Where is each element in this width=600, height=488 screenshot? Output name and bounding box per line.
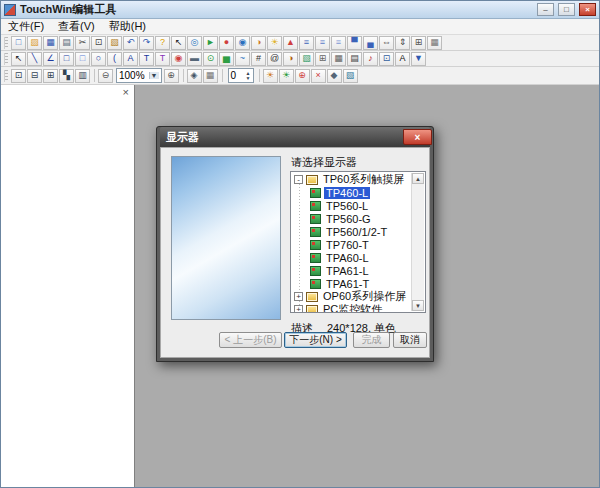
- menu-help[interactable]: 帮助(H): [102, 19, 153, 34]
- bargraph-icon[interactable]: ▅: [219, 52, 234, 66]
- zoom-select[interactable]: 100% ▼: [116, 68, 162, 83]
- tree-item-tp760-t[interactable]: TP760-T: [292, 238, 410, 251]
- cascade-windows-icon[interactable]: ⊡: [11, 69, 26, 83]
- menu-view[interactable]: 查看(V): [51, 19, 102, 34]
- tree-scrollbar[interactable]: ▲ ▼: [411, 173, 424, 311]
- round-rect-icon[interactable]: □: [75, 52, 90, 66]
- pointer-icon[interactable]: ↖: [171, 36, 186, 50]
- redo-icon[interactable]: ↷: [139, 36, 154, 50]
- toolbar-grip[interactable]: [4, 37, 8, 49]
- state-spinner[interactable]: 0 ▲ ▼: [228, 68, 254, 83]
- dynamic-text-icon[interactable]: T: [155, 52, 170, 66]
- download-app-icon[interactable]: ⊕: [295, 69, 310, 83]
- open-icon[interactable]: ▨: [27, 36, 42, 50]
- tree-item-tpa61-l[interactable]: TPA61-L: [292, 264, 410, 277]
- cancel-button[interactable]: 取消: [393, 332, 427, 348]
- zoom-in-icon[interactable]: ⊕: [164, 69, 179, 83]
- text-icon[interactable]: A: [123, 52, 138, 66]
- cut-icon[interactable]: ✂: [75, 36, 90, 50]
- next-button[interactable]: 下一步(N) >: [284, 332, 347, 348]
- toolbox-icon[interactable]: ▥: [75, 69, 90, 83]
- system-settings-icon[interactable]: ◆: [327, 69, 342, 83]
- keyboard-icon[interactable]: ▤: [347, 52, 362, 66]
- tree-item-tp560-l[interactable]: TP560-L: [292, 199, 410, 212]
- rect-icon[interactable]: □: [59, 52, 74, 66]
- tile-vertical-icon[interactable]: ⊞: [43, 69, 58, 83]
- align-top-icon[interactable]: ▀: [347, 36, 362, 50]
- clock-icon[interactable]: ◑: [251, 36, 266, 50]
- button-icon[interactable]: ▬: [187, 52, 202, 66]
- same-height-icon[interactable]: ⇕: [395, 36, 410, 50]
- tree-item-tpa60-l[interactable]: TPA60-L: [292, 251, 410, 264]
- scroll-down-icon[interactable]: ▼: [412, 300, 424, 311]
- same-width-icon[interactable]: ⇔: [379, 36, 394, 50]
- maximize-button[interactable]: □: [558, 3, 575, 16]
- chevron-down-icon[interactable]: ▼: [149, 72, 159, 79]
- text-input-icon[interactable]: @: [267, 52, 282, 66]
- table-icon[interactable]: ▦: [331, 52, 346, 66]
- copy-icon[interactable]: ⊡: [91, 36, 106, 50]
- trend-icon[interactable]: ~: [235, 52, 250, 66]
- print-icon[interactable]: ▤: [59, 36, 74, 50]
- time-display-icon[interactable]: ◑: [283, 52, 298, 66]
- display-tree[interactable]: -TP60系列触摸屏TP460-LTP560-LTP560-GTP560/1/2…: [290, 171, 426, 313]
- online-simulate-icon[interactable]: ☀: [279, 69, 294, 83]
- flag-icon[interactable]: ▲: [283, 36, 298, 50]
- scroll-up-icon[interactable]: ▲: [412, 173, 424, 184]
- save-icon[interactable]: ▦: [43, 36, 58, 50]
- collapse-icon[interactable]: -: [294, 175, 303, 184]
- toolbar-grip[interactable]: [4, 70, 8, 82]
- zoom-tool-icon[interactable]: ◎: [187, 36, 202, 50]
- tree-item-tp460-l[interactable]: TP460-L: [292, 186, 410, 199]
- menu-file[interactable]: 文件(F): [1, 19, 51, 34]
- image-icon[interactable]: ▧: [299, 52, 314, 66]
- dialog-titlebar[interactable]: 显示器 ×: [160, 127, 430, 147]
- expand-icon[interactable]: +: [294, 292, 303, 301]
- align-bottom-icon[interactable]: ▄: [363, 36, 378, 50]
- dialog-close-button[interactable]: ×: [403, 129, 432, 145]
- grid-toggle-icon[interactable]: ▦: [203, 69, 218, 83]
- minimize-button[interactable]: –: [537, 3, 554, 16]
- grid-icon[interactable]: ▦: [427, 36, 442, 50]
- eye-icon[interactable]: ◉: [235, 36, 250, 50]
- spinner-down-icon[interactable]: ▼: [246, 76, 251, 81]
- undo-icon[interactable]: ↶: [123, 36, 138, 50]
- switch-icon[interactable]: ⊙: [203, 52, 218, 66]
- font-icon[interactable]: A: [395, 52, 410, 66]
- tree-item-tp560-1-2-t[interactable]: TP560/1/2-T: [292, 225, 410, 238]
- new-icon[interactable]: □: [11, 36, 26, 50]
- paste-icon[interactable]: ▧: [107, 36, 122, 50]
- line-icon[interactable]: ╲: [27, 52, 42, 66]
- titlebar[interactable]: TouchWin编辑工具 – □ ×: [1, 1, 599, 19]
- ellipse-icon[interactable]: ○: [91, 52, 106, 66]
- group-icon[interactable]: ⊞: [411, 36, 426, 50]
- window-icon[interactable]: ⊡: [379, 52, 394, 66]
- toolbar-grip[interactable]: [4, 53, 8, 65]
- offline-simulate-icon[interactable]: ☀: [263, 69, 278, 83]
- align-left-icon[interactable]: ≡: [299, 36, 314, 50]
- tree-item-tp560-g[interactable]: TP560-G: [292, 212, 410, 225]
- image-library-icon[interactable]: ▧: [343, 69, 358, 83]
- stop-icon[interactable]: ●: [219, 36, 234, 50]
- select-icon[interactable]: ↖: [11, 52, 26, 66]
- alarm-icon[interactable]: ♪: [363, 52, 378, 66]
- static-text-icon[interactable]: T: [139, 52, 154, 66]
- pan-icon[interactable]: ◈: [187, 69, 202, 83]
- back-button[interactable]: < 上一步(B): [219, 332, 282, 348]
- panel-close-button[interactable]: ×: [123, 86, 129, 98]
- finish-button[interactable]: 完成: [353, 332, 390, 348]
- download-icon[interactable]: ▼: [411, 52, 426, 66]
- close-button[interactable]: ×: [579, 3, 596, 16]
- tile-horizontal-icon[interactable]: ⊟: [27, 69, 42, 83]
- polyline-icon[interactable]: ∠: [43, 52, 58, 66]
- spinner-arrows[interactable]: ▲ ▼: [246, 71, 251, 81]
- indicator-lamp-icon[interactable]: ◉: [171, 52, 186, 66]
- help-icon[interactable]: ?: [155, 36, 170, 50]
- zoom-out-icon[interactable]: ⊖: [98, 69, 113, 83]
- align-center-icon[interactable]: ≡: [315, 36, 330, 50]
- arrange-icons-icon[interactable]: ▚: [59, 69, 74, 83]
- tree-item-pc[interactable]: +PC监控软件: [292, 303, 410, 313]
- tree-item-tp60[interactable]: -TP60系列触摸屏: [292, 173, 410, 186]
- scale-icon[interactable]: ⊞: [315, 52, 330, 66]
- number-display-icon[interactable]: #: [251, 52, 266, 66]
